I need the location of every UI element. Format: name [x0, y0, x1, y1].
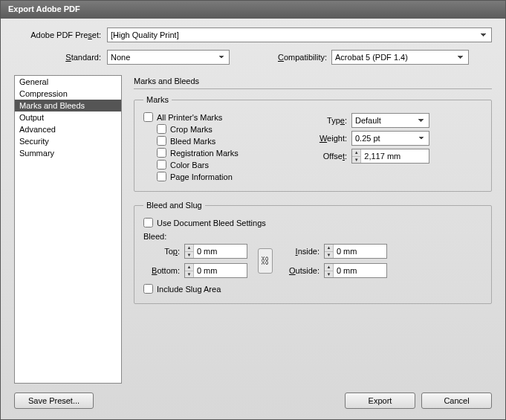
bleed-marks-label: Bleed Marks	[170, 137, 215, 146]
bleed-inside-spinbox[interactable]: ▲▼	[324, 244, 387, 259]
use-document-bleed-label: Use Document Bleed Settings	[157, 219, 266, 227]
bleed-outside-label: Outside:	[283, 266, 324, 275]
include-slug-label: Include Slug Area	[157, 285, 221, 294]
crop-marks-label: Crop Marks	[170, 125, 213, 134]
bleed-outside-input[interactable]	[334, 264, 386, 277]
bleed-bottom-input[interactable]	[194, 264, 247, 277]
sidebar-item-output[interactable]: Output	[15, 112, 121, 123]
bleed-top-input[interactable]	[194, 245, 247, 258]
dialog-content: Adobe PDF Preset: [High Quality Print] S…	[1, 19, 505, 387]
preset-label: Adobe PDF Preset:	[14, 30, 107, 39]
bleed-top-spinbox[interactable]: ▲▼	[184, 244, 247, 259]
bleed-slug-legend: Bleed and Slug	[143, 201, 205, 210]
bleed-top-label: Top:	[143, 247, 184, 256]
bleed-inside-label: Inside:	[283, 247, 324, 256]
color-bars-checkbox[interactable]	[157, 160, 166, 169]
bleed-marks-checkbox[interactable]	[157, 136, 166, 146]
include-slug-checkbox[interactable]	[143, 284, 153, 294]
spin-buttons-icon[interactable]: ▲▼	[185, 264, 194, 277]
type-select[interactable]: Default	[351, 113, 429, 128]
registration-marks-label: Registration Marks	[170, 149, 239, 158]
export-pdf-dialog: Export Adobe PDF Adobe PDF Preset: [High…	[0, 0, 506, 420]
bleed-label: Bleed:	[143, 232, 482, 241]
button-bar: Save Preset... Export Cancel	[1, 387, 505, 419]
type-label: Type:	[314, 116, 351, 125]
marks-legend: Marks	[143, 95, 172, 104]
weight-select[interactable]: 0.25 pt	[351, 131, 429, 146]
export-button[interactable]: Export	[345, 392, 415, 409]
standard-label: Standard:	[14, 53, 107, 62]
bleed-slug-group: Bleed and Slug Use Document Bleed Settin…	[134, 201, 492, 304]
bleed-inside-input[interactable]	[334, 245, 386, 258]
all-printers-marks-row: All Printer's Marks	[143, 112, 292, 122]
compatibility-select[interactable]: Acrobat 5 (PDF 1.4)	[331, 50, 469, 65]
preset-select[interactable]: [High Quality Print]	[107, 28, 492, 42]
sidebar-item-summary[interactable]: Summary	[15, 147, 121, 159]
spin-buttons-icon[interactable]: ▲▼	[325, 264, 334, 277]
page-information-checkbox[interactable]	[157, 172, 166, 181]
weight-label: Weight:	[314, 134, 351, 143]
page-information-label: Page Information	[170, 172, 233, 181]
marks-group: Marks All Printer's Marks Crop Marks	[134, 95, 492, 192]
compatibility-label: Compatibility:	[278, 53, 331, 62]
spin-buttons-icon[interactable]: ▲▼	[185, 245, 194, 258]
offset-spinbox[interactable]: ▲▼	[351, 149, 429, 164]
save-preset-button[interactable]: Save Preset...	[14, 392, 94, 409]
spin-buttons-icon[interactable]: ▲▼	[352, 149, 361, 163]
color-bars-label: Color Bars	[170, 161, 209, 169]
offset-input[interactable]	[361, 149, 429, 163]
offset-label: Offset:	[314, 152, 351, 161]
use-document-bleed-checkbox[interactable]	[143, 218, 153, 227]
bleed-bottom-label: Bottom:	[143, 266, 184, 275]
registration-marks-checkbox[interactable]	[157, 148, 166, 158]
mid-area: General Compression Marks and Bleeds Out…	[14, 75, 492, 384]
standard-select[interactable]: None	[107, 50, 230, 65]
sidebar-item-marks-bleeds[interactable]: Marks and Bleeds	[15, 100, 121, 112]
link-values-icon[interactable]: ⛓	[258, 248, 273, 274]
cancel-button[interactable]: Cancel	[421, 392, 492, 409]
sidebar-item-advanced[interactable]: Advanced	[15, 123, 121, 135]
crop-marks-checkbox[interactable]	[157, 124, 166, 134]
all-printers-marks-label: All Printer's Marks	[157, 113, 222, 122]
sidebar-item-compression[interactable]: Compression	[15, 88, 121, 100]
bleed-outside-spinbox[interactable]: ▲▼	[324, 263, 387, 278]
panel-title: Marks and Bleeds	[134, 75, 492, 89]
all-printers-marks-checkbox[interactable]	[143, 112, 153, 122]
sidebar-item-security[interactable]: Security	[15, 135, 121, 147]
sidebar-item-general[interactable]: General	[15, 76, 121, 88]
settings-panel: Marks and Bleeds Marks All Printer's Mar…	[134, 75, 492, 384]
category-sidebar[interactable]: General Compression Marks and Bleeds Out…	[14, 75, 122, 384]
standard-compat-row: Standard: None Compatibility: Acrobat 5 …	[14, 50, 492, 65]
bleed-bottom-spinbox[interactable]: ▲▼	[184, 263, 247, 278]
preset-row: Adobe PDF Preset: [High Quality Print]	[14, 28, 492, 42]
spin-buttons-icon[interactable]: ▲▼	[325, 245, 334, 258]
window-title: Export Adobe PDF	[1, 1, 505, 19]
